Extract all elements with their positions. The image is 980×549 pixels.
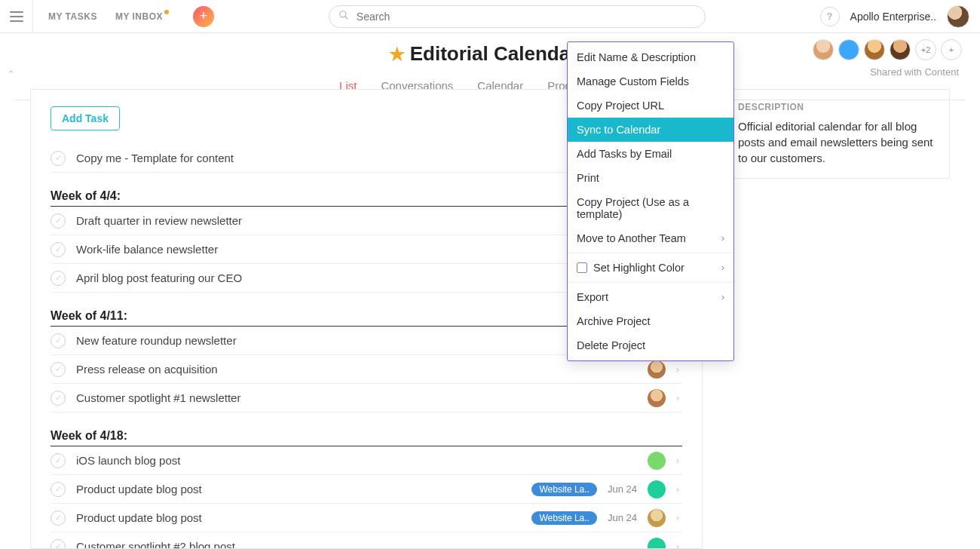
task-assignee-avatar[interactable] [648, 509, 666, 527]
description-heading: DESCRIPTION [738, 102, 936, 112]
color-swatch-icon [577, 262, 587, 273]
task-tag[interactable]: Website La.. [531, 483, 596, 496]
member-overflow-count[interactable]: +2 [915, 39, 936, 60]
task-assignee-avatar[interactable] [648, 360, 666, 379]
task-title: Press release on acquisition [76, 363, 218, 376]
chevron-right-icon: › [676, 364, 679, 375]
complete-checkbox[interactable]: ✓ [51, 242, 66, 257]
project-description-card: DESCRIPTION Official editorial calendar … [724, 89, 950, 179]
complete-checkbox[interactable]: ✓ [51, 391, 66, 406]
menu-item[interactable]: Set Highlight Color› [568, 256, 733, 280]
task-title: Draft quarter in review newsletter [76, 214, 242, 227]
project-members: +2 + [813, 39, 962, 60]
menu-item-label: Delete Project [577, 339, 724, 351]
member-avatar[interactable] [864, 39, 885, 60]
menu-item-label: Set Highlight Color [593, 262, 721, 274]
shared-with-label[interactable]: Shared with Content [870, 66, 959, 78]
menu-item-label: Copy Project URL [577, 100, 724, 112]
add-task-button[interactable]: Add Task [51, 106, 120, 130]
chevron-right-icon: › [721, 292, 724, 302]
complete-checkbox[interactable]: ✓ [51, 453, 66, 468]
task-row[interactable]: ✓Customer spotlight #1 newsletter› [51, 384, 682, 413]
task-title: April blog post featuring our CEO [76, 271, 242, 284]
workspace-switcher[interactable]: Apollo Enterprise.. [850, 11, 936, 23]
complete-checkbox[interactable]: ✓ [51, 511, 66, 526]
task-title: Customer spotlight #2 blog post [76, 540, 235, 549]
menu-item-label: Edit Name & Description [577, 51, 724, 63]
plus-icon: + [200, 8, 208, 24]
topbar: MY TASKS MY INBOX + ? Apollo Enterprise.… [0, 0, 980, 33]
star-icon[interactable]: ★ [389, 44, 406, 65]
menu-item[interactable]: Copy Project URL [568, 94, 733, 118]
task-title: Work-life balance newsletter [76, 243, 218, 256]
complete-checkbox[interactable]: ✓ [51, 333, 66, 348]
chevron-right-icon: › [676, 484, 679, 495]
menu-item-label: Copy Project (Use as a template) [577, 196, 724, 220]
complete-checkbox[interactable]: ✓ [51, 213, 66, 228]
menu-item[interactable]: Print [568, 166, 733, 190]
menu-item[interactable]: Delete Project [568, 333, 733, 357]
complete-checkbox[interactable]: ✓ [51, 539, 66, 550]
chevron-right-icon: › [721, 233, 724, 244]
nav-my-inbox[interactable]: MY INBOX [115, 11, 170, 22]
task-assignee-avatar[interactable] [648, 538, 666, 550]
menu-item[interactable]: Export› [568, 285, 733, 309]
menu-item[interactable]: Edit Name & Description [568, 45, 733, 69]
task-row[interactable]: ✓Product update blog postWebsite La..Jun… [51, 504, 682, 532]
quick-add-button[interactable]: + [193, 6, 214, 27]
search-icon [338, 10, 349, 23]
task-assignee-avatar[interactable] [648, 452, 666, 470]
menu-item-label: Add Tasks by Email [577, 148, 724, 160]
complete-checkbox[interactable]: ✓ [51, 271, 66, 286]
nav-my-tasks[interactable]: MY TASKS [48, 11, 97, 22]
task-title: iOS launch blog post [76, 454, 180, 467]
complete-checkbox[interactable]: ✓ [51, 151, 66, 166]
search-box[interactable] [329, 5, 706, 28]
menu-item-label: Manage Custom Fields [577, 75, 724, 87]
task-tag[interactable]: Website La.. [531, 511, 596, 525]
search-input[interactable] [355, 10, 696, 23]
menu-separator [568, 253, 733, 253]
current-user-avatar[interactable] [947, 5, 969, 28]
menu-item-label: Export [577, 291, 721, 303]
menu-item[interactable]: Sync to Calendar [568, 118, 733, 142]
menu-item[interactable]: Copy Project (Use as a template) [568, 190, 733, 226]
member-avatar[interactable] [813, 39, 834, 60]
chevron-right-icon: › [676, 393, 679, 403]
task-row[interactable]: ✓Customer spotlight #2 blog post› [51, 532, 682, 549]
menu-item-label: Archive Project [577, 315, 724, 327]
menu-item[interactable]: Archive Project [568, 309, 733, 333]
task-title: Customer spotlight #1 newsletter [76, 391, 240, 404]
svg-line-1 [345, 17, 348, 20]
task-due-date[interactable]: Jun 24 [608, 512, 637, 523]
menu-item-label: Move to Another Team [577, 232, 721, 244]
task-row[interactable]: ✓Product update blog postWebsite La..Jun… [51, 475, 682, 504]
task-title: Copy me - Template for content [76, 152, 234, 164]
menu-item[interactable]: Manage Custom Fields [568, 69, 733, 94]
add-member-button[interactable]: + [941, 39, 962, 60]
task-assignee-avatar[interactable] [648, 480, 666, 498]
chevron-right-icon: › [676, 541, 679, 550]
description-text[interactable]: Official editorial calendar for all blog… [738, 118, 936, 166]
help-button[interactable]: ? [820, 7, 840, 26]
task-title: Product update blog post [76, 511, 202, 524]
chevron-right-icon: › [676, 455, 679, 466]
complete-checkbox[interactable]: ✓ [51, 482, 66, 497]
task-due-date[interactable]: Jun 24 [608, 483, 637, 495]
task-assignee-avatar[interactable] [648, 389, 666, 407]
menu-separator [568, 282, 733, 283]
section-heading[interactable]: Week of 4/18: [51, 429, 682, 446]
hamburger-menu[interactable] [0, 0, 33, 33]
member-avatar[interactable] [838, 39, 859, 60]
menu-item[interactable]: Add Tasks by Email [568, 142, 733, 166]
chevron-right-icon: › [676, 513, 679, 523]
task-row[interactable]: ✓iOS launch blog post› [51, 446, 682, 475]
menu-item-label: Print [577, 172, 724, 184]
nav-my-inbox-label: MY INBOX [115, 11, 163, 22]
member-avatar[interactable] [890, 39, 911, 60]
inbox-unread-dot [164, 10, 169, 14]
task-title: New feature roundup newsletter [76, 334, 237, 347]
task-title: Product update blog post [76, 483, 202, 495]
menu-item[interactable]: Move to Another Team› [568, 226, 733, 250]
complete-checkbox[interactable]: ✓ [51, 362, 66, 377]
